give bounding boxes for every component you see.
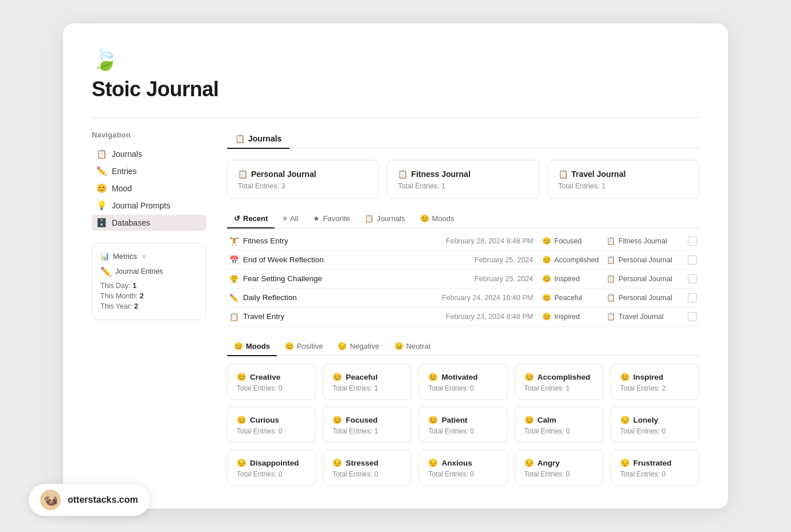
frustrated-icon: 😔	[620, 458, 630, 467]
stressed-mood-count: Total Entries: 0	[332, 470, 402, 478]
entry-mood: 😊 Focused	[533, 237, 602, 245]
entry-row[interactable]: 📅 End of Week Reflection February 25, 20…	[227, 251, 699, 270]
entry-row[interactable]: 📋 Travel Entry February 23, 2024 8:48 PM…	[227, 308, 699, 326]
sidebar-item-label: Mood	[112, 184, 132, 193]
filter-tab-all[interactable]: ≡ All	[276, 211, 305, 228]
stressed-icon: 😔	[332, 458, 342, 467]
entry-title: 📅 End of Week Reflection	[229, 255, 418, 265]
entry-checkbox[interactable]	[688, 312, 697, 321]
mood-filter-tab-negative[interactable]: 😔 Negative	[331, 339, 386, 356]
mood-card-curious[interactable]: 😊 Curious Total Entries: 0	[227, 407, 316, 443]
filter-tab-recent[interactable]: ↺ Recent	[227, 211, 275, 228]
motivated-mood-count: Total Entries: 0	[428, 384, 498, 392]
moods-grid: 😊 Creative Total Entries: 0 😊 Peaceful T…	[227, 364, 699, 486]
mood-card-calm[interactable]: 😊 Calm Total Entries: 0	[515, 407, 604, 443]
accomplished-icon: 😊	[524, 372, 534, 381]
neutral-icon: 😐	[394, 342, 404, 350]
entry-row[interactable]: 🏋 Fitness Entry February 28, 2024 8:48 P…	[227, 232, 699, 251]
entry-date: February 25, 2024	[418, 275, 533, 283]
entry-icon: 😤	[229, 274, 239, 283]
mood-card-peaceful[interactable]: 😊 Peaceful Total Entries: 1	[323, 364, 412, 400]
entry-row[interactable]: 😤 Fear Setting Challenge February 25, 20…	[227, 270, 699, 289]
entry-title: 😤 Fear Setting Challenge	[229, 274, 418, 283]
entry-icon: 📋	[229, 312, 239, 321]
sidebar-item-journal-prompts[interactable]: 💡 Journal Prompts	[92, 198, 206, 214]
angry-mood-count: Total Entries: 0	[524, 470, 594, 478]
tab-journals-icon: 📋	[235, 134, 245, 143]
filter-moods-icon: 😊	[420, 214, 429, 223]
entry-mood: 😊 Inspired	[533, 274, 602, 283]
motivated-mood-title: 😊 Motivated	[428, 372, 498, 381]
entry-title: ✏️ Daily Reflection	[229, 293, 418, 302]
entry-checkbox[interactable]	[688, 237, 697, 246]
app-title: Stoic Journal	[92, 77, 699, 101]
entries-list: 🏋 Fitness Entry February 28, 2024 8:48 P…	[227, 232, 699, 326]
sidebar-item-journals[interactable]: 📋 Journals	[92, 146, 206, 162]
entry-row[interactable]: ✏️ Daily Reflection February 24, 2024 10…	[227, 289, 699, 308]
sidebar-item-entries[interactable]: ✏️ Entries	[92, 163, 206, 179]
mood-card-stressed[interactable]: 😔 Stressed Total Entries: 0	[323, 450, 412, 486]
mood-card-motivated[interactable]: 😊 Motivated Total Entries: 0	[418, 364, 507, 400]
journal-card-fitness[interactable]: 📋 Fitness Journal Total Entries: 1	[387, 160, 539, 199]
filter-journals-icon: 📋	[365, 214, 374, 223]
creative-mood-count: Total Entries: 0	[237, 384, 306, 392]
entry-journal: 📋 Personal Journal	[602, 255, 682, 264]
frustrated-mood-count: Total Entries: 0	[620, 470, 690, 478]
patient-mood-count: Total Entries: 0	[428, 427, 498, 435]
entry-icon: 🏋	[229, 237, 239, 246]
recent-icon: ↺	[234, 214, 240, 223]
stressed-mood-title: 😔 Stressed	[332, 458, 402, 467]
content-area: 📋 Journals 📋 Personal Journal Total Entr…	[227, 131, 699, 486]
journal-card-travel[interactable]: 📋 Travel Journal Total Entries: 1	[547, 160, 699, 199]
mood-filter-tab-bar: 😊 Moods 😊 Positive 😔 Negative 😐 Neutral	[227, 339, 699, 356]
sidebar-item-mood[interactable]: 😊 Mood	[92, 180, 206, 196]
mood-card-frustrated[interactable]: 😔 Frustrated Total Entries: 0	[610, 450, 699, 486]
mood-card-angry[interactable]: 😔 Angry Total Entries: 0	[515, 450, 604, 486]
mood-card-focused[interactable]: 😊 Focused Total Entries: 1	[323, 407, 412, 443]
travel-journal-count: Total Entries: 1	[558, 182, 688, 190]
mood-card-anxious[interactable]: 😔 Anxious Total Entries: 0	[418, 450, 507, 486]
app-window: 🍃 Stoic Journal Navigation 📋 Journals ✏️…	[63, 23, 728, 509]
entry-journal: 📋 Travel Journal	[602, 312, 682, 321]
entry-journal: 📋 Fitness Journal	[602, 237, 682, 245]
entry-mood: 😊 Inspired	[533, 312, 602, 321]
fitness-journal-icon: 📋	[398, 170, 408, 179]
entries-icon: ✏️	[96, 166, 107, 176]
entry-icon: ✏️	[229, 293, 239, 302]
focused-mood-title: 😊 Focused	[332, 415, 402, 424]
mood-filter-tab-positive[interactable]: 😊 Positive	[278, 339, 330, 356]
mood-card-lonely[interactable]: 😔 Lonely Total Entries: 0	[610, 407, 699, 443]
entry-mood-icon: 😊	[542, 274, 551, 283]
travel-journal-icon: 📋	[558, 170, 568, 179]
mood-filter-tab-moods[interactable]: 😊 Moods	[227, 339, 277, 356]
metrics-year: This Year: 2	[100, 302, 198, 310]
mood-card-inspired[interactable]: 😊 Inspired Total Entries: 2	[610, 364, 699, 400]
inspired-icon: 😊	[620, 372, 630, 381]
tab-journals[interactable]: 📋 Journals	[227, 131, 289, 149]
sidebar-item-label: Journal Prompts	[112, 201, 170, 210]
mood-card-creative[interactable]: 😊 Creative Total Entries: 0	[227, 364, 316, 400]
filter-tab-favorite[interactable]: ★ Favorite	[306, 211, 357, 228]
filter-tab-journals[interactable]: 📋 Journals	[358, 211, 412, 228]
footer-site: otterstacks.com	[68, 495, 138, 505]
metrics-title: 📊 Metrics ∨	[100, 252, 198, 261]
journal-card-personal[interactable]: 📋 Personal Journal Total Entries: 3	[227, 160, 379, 199]
motivated-icon: 😊	[428, 372, 438, 381]
mood-card-accomplished[interactable]: 😊 Accomplished Total Entries: 1	[515, 364, 604, 400]
mood-card-patient[interactable]: 😊 Patient Total Entries: 0	[418, 407, 507, 443]
entry-checkbox[interactable]	[688, 293, 697, 302]
sidebar-item-databases[interactable]: 🗄️ Databases	[92, 215, 206, 231]
filter-tab-moods[interactable]: 😊 Moods	[413, 211, 461, 228]
moods-tab-icon: 😊	[234, 342, 243, 350]
sidebar: Navigation 📋 Journals ✏️ Entries 😊 Mood …	[92, 131, 206, 486]
mood-filter-tab-neutral[interactable]: 😐 Neutral	[387, 339, 437, 356]
entry-checkbox[interactable]	[688, 255, 697, 265]
entry-journal: 📋 Personal Journal	[602, 274, 682, 283]
negative-icon: 😔	[338, 342, 347, 350]
entry-checkbox[interactable]	[688, 274, 697, 283]
app-logo-icon: 🍃	[92, 46, 699, 72]
mood-icon: 😊	[96, 183, 107, 194]
all-icon: ≡	[283, 214, 287, 223]
entry-mood-icon: 😊	[542, 255, 551, 264]
mood-card-disappointed[interactable]: 😔 Disappointed Total Entries: 0	[227, 450, 316, 486]
